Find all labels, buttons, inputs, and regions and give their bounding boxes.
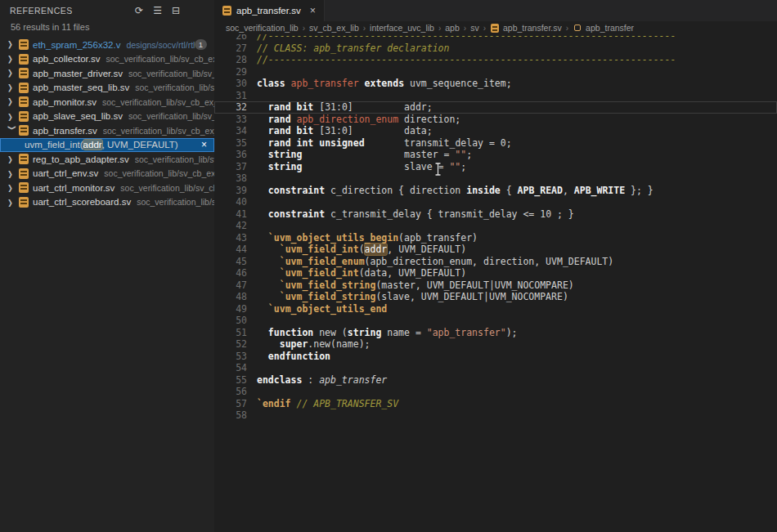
line-number[interactable]: 36	[214, 149, 247, 161]
code-text[interactable]: `uvm_field_string(slave, UVM_DEFAULT|UVM…	[247, 291, 568, 303]
line-number[interactable]: 26	[214, 34, 247, 42]
line-number[interactable]: 42	[214, 220, 247, 232]
chevron-right-icon[interactable]: ❯	[7, 83, 18, 92]
tree-item-uart_ctrl_env.sv[interactable]: ❯uart_ctrl_env.svsoc_verification_lib/sv…	[0, 167, 214, 181]
line-number[interactable]: 33	[214, 114, 247, 126]
code-line-30[interactable]: 30class apb_transfer extends uvm_sequenc…	[214, 78, 777, 90]
code-line-47[interactable]: 47 `uvm_field_string(master, UVM_DEFAULT…	[214, 279, 777, 292]
code-text[interactable]	[247, 196, 257, 208]
code-text[interactable]: constraint c_transmit_delay { transmit_d…	[247, 208, 574, 221]
line-number[interactable]: 43	[214, 232, 247, 244]
tree-item-apb_slave_seq_lib.sv[interactable]: ❯apb_slave_seq_lib.svsoc_verification_li…	[0, 110, 214, 124]
breadcrumb-item[interactable]: interface_uvc_lib	[370, 23, 434, 33]
code-line-37[interactable]: 37 string slave = "";	[214, 161, 777, 173]
code-line-27[interactable]: 27// CLASS: apb_transfer declaration	[214, 42, 777, 55]
chevron-right-icon[interactable]: ❯	[7, 198, 18, 207]
code-line-45[interactable]: 45 `uvm_field_enum(apb_direction_enum, d…	[214, 256, 777, 268]
collapse-all-icon[interactable]: ⊟	[172, 6, 180, 16]
code-text[interactable]	[247, 362, 257, 374]
code-line-43[interactable]: 43 `uvm_object_utils_begin(apb_transfer)	[214, 232, 777, 244]
code-line-50[interactable]: 50	[214, 315, 777, 327]
tree-item-uart_ctrl_scoreboard.sv[interactable]: ❯uart_ctrl_scoreboard.svsoc_verification…	[0, 195, 214, 210]
code-line-40[interactable]: 40	[214, 196, 777, 208]
code-line-42[interactable]: 42	[214, 220, 777, 232]
code-line-49[interactable]: 49 `uvm_object_utils_end	[214, 303, 777, 315]
code-text[interactable]: rand apb_direction_enum direction;	[247, 114, 460, 126]
reference-item-selected[interactable]: uvm_field_int(addr, UVM_DEFAULT)×	[0, 138, 214, 153]
line-number[interactable]: 38	[214, 172, 247, 185]
code-line-54[interactable]: 54	[214, 362, 777, 374]
code-text[interactable]: endclass : apb_transfer	[247, 374, 387, 387]
code-line-36[interactable]: 36 string master = "";	[214, 149, 777, 161]
line-number[interactable]: 27	[214, 42, 247, 55]
code-line-26[interactable]: 26//------------------------------------…	[214, 34, 777, 42]
code-line-56[interactable]: 56	[214, 386, 777, 398]
clear-results-icon[interactable]: ☰	[153, 6, 162, 16]
code-line-32[interactable]: 32 rand bit [31:0] addr;	[214, 101, 777, 114]
line-number[interactable]: 34	[214, 125, 247, 137]
code-text[interactable]: `uvm_object_utils_end	[247, 303, 387, 315]
code-line-38[interactable]: 38	[214, 172, 777, 185]
code-line-55[interactable]: 55endclass : apb_transfer	[214, 374, 777, 387]
breadcrumb-item[interactable]: soc_verification_lib	[226, 23, 299, 33]
code-text[interactable]: function new (string name = "apb_transfe…	[247, 327, 518, 339]
line-number[interactable]: 39	[214, 185, 247, 197]
line-number[interactable]: 49	[214, 303, 247, 315]
line-number[interactable]: 53	[214, 351, 247, 363]
code-line-44[interactable]: 44 `uvm_field_int(addr, UVM_DEFAULT)	[214, 244, 777, 256]
chevron-right-icon[interactable]: ❯	[7, 169, 18, 178]
breadcrumb-item[interactable]: sv	[470, 23, 479, 33]
chevron-down-icon[interactable]: ❯	[8, 125, 17, 136]
tree-item-reg_to_apb_adapter.sv[interactable]: ❯reg_to_apb_adapter.svsoc_verification_l…	[0, 152, 214, 167]
code-line-41[interactable]: 41 constraint c_transmit_delay { transmi…	[214, 208, 777, 221]
breadcrumb-item[interactable]: sv_cb_ex_lib	[309, 23, 359, 33]
line-number[interactable]: 55	[214, 374, 247, 387]
tree-item-uart_ctrl_monitor.sv[interactable]: ❯uart_ctrl_monitor.svsoc_verification_li…	[0, 181, 214, 195]
code-text[interactable]	[247, 409, 257, 422]
chevron-right-icon[interactable]: ❯	[7, 183, 18, 192]
code-line-57[interactable]: 57`endif // APB_TRANSFER_SV	[214, 398, 777, 410]
line-number[interactable]: 44	[214, 244, 247, 256]
line-number[interactable]: 30	[214, 78, 247, 90]
line-number[interactable]: 57	[214, 398, 247, 410]
line-number[interactable]: 54	[214, 362, 247, 374]
code-line-48[interactable]: 48 `uvm_field_string(slave, UVM_DEFAULT|…	[214, 291, 777, 303]
tree-item-apb_master_driver.sv[interactable]: ❯apb_master_driver.svsoc_verification_li…	[0, 66, 214, 81]
code-text[interactable]: `uvm_object_utils_begin(apb_transfer)	[247, 232, 478, 244]
breadcrumb-item[interactable]: apb	[445, 23, 460, 33]
breadcrumb-file[interactable]: apb_transfer.sv	[503, 23, 562, 33]
code-text[interactable]: `uvm_field_enum(apb_direction_enum, dire…	[247, 256, 613, 268]
tree-item-eth_spram_256x32.v[interactable]: ❯eth_spram_256x32.vdesigns/socv/rtl/rtl_…	[0, 38, 214, 52]
line-number[interactable]: 40	[214, 196, 247, 208]
code-line-39[interactable]: 39 constraint c_direction { direction in…	[214, 185, 777, 197]
refresh-icon[interactable]: ⟳	[135, 6, 143, 16]
code-text[interactable]	[247, 220, 257, 232]
code-line-34[interactable]: 34 rand bit [31:0] data;	[214, 125, 777, 137]
code-line-29[interactable]: 29	[214, 66, 777, 78]
line-number[interactable]: 28	[214, 54, 247, 66]
code-line-52[interactable]: 52 super.new(name);	[214, 338, 777, 351]
line-number[interactable]: 58	[214, 409, 247, 422]
line-number[interactable]: 47	[214, 279, 247, 292]
tab-close-icon[interactable]: ×	[310, 5, 316, 16]
tree-item-apb_monitor.sv[interactable]: ❯apb_monitor.svsoc_verification_lib/sv_c…	[0, 95, 214, 110]
breadcrumb-symbol[interactable]: apb_transfer	[586, 23, 634, 33]
code-line-58[interactable]: 58	[214, 409, 777, 422]
code-line-51[interactable]: 51 function new (string name = "apb_tran…	[214, 327, 777, 339]
code-text[interactable]: //--------------------------------------…	[247, 54, 676, 66]
code-editor[interactable]: 26//------------------------------------…	[214, 34, 777, 532]
line-number[interactable]: 41	[214, 208, 247, 221]
code-line-33[interactable]: 33 rand apb_direction_enum direction;	[214, 114, 777, 126]
line-number[interactable]: 56	[214, 386, 247, 398]
code-text[interactable]: //--------------------------------------…	[247, 34, 676, 42]
chevron-right-icon[interactable]: ❯	[7, 40, 18, 49]
code-text[interactable]: endfunction	[247, 351, 330, 363]
code-text[interactable]: string master = "";	[247, 149, 472, 161]
code-line-31[interactable]: 31	[214, 90, 777, 102]
tree-item-apb_transfer.sv[interactable]: ❯apb_transfer.svsoc_verification_lib/sv_…	[0, 123, 214, 138]
code-text[interactable]: rand bit [31:0] addr;	[247, 101, 433, 114]
line-number[interactable]: 45	[214, 256, 247, 268]
code-line-46[interactable]: 46 `uvm_field_int(data, UVM_DEFAULT)	[214, 267, 777, 279]
code-text[interactable]	[247, 315, 257, 327]
line-number[interactable]: 29	[214, 66, 247, 78]
